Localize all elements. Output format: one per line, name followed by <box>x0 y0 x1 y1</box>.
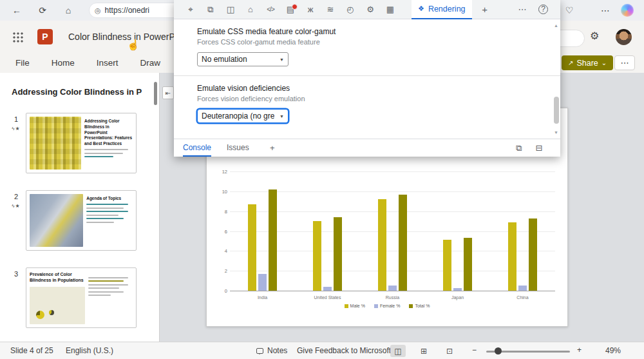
app-launcher-icon[interactable] <box>12 32 23 43</box>
zoom-in-icon[interactable]: + <box>577 345 582 354</box>
debugger-tab-icon[interactable]: ж <box>303 5 318 14</box>
slide-number: 3 <box>14 270 18 278</box>
document-title[interactable]: Color Blindness in PowerPo <box>68 32 180 42</box>
home-icon[interactable]: ⌂ <box>61 5 76 15</box>
copilot-icon[interactable] <box>621 4 634 17</box>
zoom-level[interactable]: 49% <box>605 346 621 355</box>
device-toolbar-icon[interactable]: ⧉ <box>203 5 218 15</box>
welcome-tab-icon[interactable]: ⌂ <box>243 5 258 14</box>
drawer-add-icon[interactable]: + <box>265 143 280 153</box>
devtools-settings-icon[interactable]: ⚙ <box>363 5 378 14</box>
slide-row-1: 1 ϟ★ Addressing Color Blindness in Power… <box>0 113 160 175</box>
menu-draw[interactable]: Draw <box>140 58 161 68</box>
bar-female-united-states[interactable] <box>323 287 332 291</box>
y-tick-label: 4 <box>225 248 227 254</box>
pie-chart-icon <box>36 311 44 319</box>
bar-female-india[interactable] <box>258 274 267 291</box>
x-axis-label: United States <box>295 295 360 300</box>
text-line <box>86 204 128 205</box>
performance-tab-icon[interactable]: ◴ <box>343 5 358 14</box>
tab-rendering[interactable]: ❖ Rendering <box>412 0 472 19</box>
slide-row-2: 2 ϟ★ Agenda of Topics <box>0 190 160 252</box>
add-tab-icon[interactable]: + <box>477 4 493 15</box>
divider <box>174 75 560 76</box>
refresh-icon[interactable]: ⟳ <box>35 5 50 15</box>
ribbon-more-button[interactable]: ⋯ <box>614 55 635 70</box>
scroll-down-icon[interactable]: ▼ <box>554 130 558 135</box>
notes-button[interactable]: Notes <box>267 346 287 355</box>
bar-male-china[interactable] <box>508 222 516 291</box>
network-tab-icon[interactable]: ▤ <box>283 5 298 14</box>
back-icon[interactable]: ← <box>9 5 24 15</box>
slide-counter[interactable]: Slide 4 of 25 <box>10 346 53 355</box>
text-line <box>88 295 110 296</box>
collapse-pane-icon[interactable]: ⇤ <box>162 86 174 99</box>
bar-male-united-states[interactable] <box>313 221 321 291</box>
feedback-link[interactable]: Give Feedback to Microsoft <box>297 346 391 355</box>
vision-deficiency-select[interactable]: Deuteranopia (no gre ▼ <box>197 109 289 123</box>
settings-gear-icon[interactable]: ⚙ <box>590 30 599 42</box>
drawer-expand-icon[interactable]: ⊟ <box>531 143 547 153</box>
browser-essentials-icon[interactable]: ♡ <box>562 5 577 15</box>
bar-group-united-states <box>295 171 360 291</box>
normal-view-icon[interactable]: ◫ <box>390 345 406 357</box>
share-button[interactable]: ↗ Share ⌄ <box>562 55 613 70</box>
menu-insert[interactable]: Insert <box>97 58 118 68</box>
slide-1-thumbnail[interactable]: Addressing Color Blindness in PowerPoint… <box>26 113 137 173</box>
slide-number: 1 <box>14 115 18 123</box>
browser-more-icon[interactable]: ⋯ <box>598 5 613 15</box>
bar-female-japan[interactable] <box>453 288 462 291</box>
devtools-help-icon[interactable]: ? <box>538 5 548 14</box>
text-line <box>88 287 119 289</box>
drawer-dock-icon[interactable]: ⧉ <box>511 143 527 153</box>
inspect-element-icon[interactable]: ⌖ <box>183 5 198 15</box>
dock-side-icon[interactable]: ◫ <box>223 5 238 14</box>
powerpoint-logo[interactable]: P <box>37 29 53 44</box>
legend-label: Female % <box>380 304 401 308</box>
chart-y-axis: 024681012 <box>212 171 227 291</box>
chart-legend: Male %Female %Total % <box>207 304 567 308</box>
color-gamut-select[interactable]: No emulation ▼ <box>197 52 289 66</box>
scrollbar-thumb[interactable] <box>554 97 559 124</box>
bar-male-india[interactable] <box>248 204 256 291</box>
slide-2-thumbnail[interactable]: Agenda of Topics <box>26 190 137 251</box>
y-tick-label: 2 <box>225 268 227 274</box>
bar-female-china[interactable] <box>518 286 527 291</box>
bar-total-china[interactable] <box>529 218 537 291</box>
site-info-icon[interactable]: ◎ <box>95 6 101 15</box>
tab-console[interactable]: Console <box>183 139 211 157</box>
menu-home[interactable]: Home <box>52 58 75 68</box>
bar-total-russia[interactable] <box>399 195 407 291</box>
slideshow-view-icon[interactable]: ⊡ <box>442 345 457 357</box>
scroll-up-icon[interactable]: ▲ <box>554 23 558 28</box>
panel-scrollbar-thumb[interactable] <box>154 82 157 105</box>
text-line <box>86 211 128 212</box>
user-avatar[interactable] <box>616 29 632 45</box>
transition-star-icon: ϟ★ <box>12 203 20 209</box>
devtools-drawer: Console Issues + ⧉ ⊟ <box>174 139 560 157</box>
elements-tab-icon[interactable]: </> <box>263 6 278 13</box>
bar-female-russia[interactable] <box>388 286 397 291</box>
menu-file[interactable]: File <box>15 58 30 68</box>
search-box-partial[interactable] <box>558 30 585 47</box>
slide-3-thumbnail[interactable]: Prevalence of Color Blindness in Populat… <box>26 267 137 328</box>
application-tab-icon[interactable]: ▦ <box>383 5 398 14</box>
gridline <box>230 291 555 291</box>
color-gamut-section: Emulate CSS media feature color-gamut Fo… <box>197 27 547 66</box>
bar-male-japan[interactable] <box>443 240 451 291</box>
bar-total-india[interactable] <box>269 189 277 291</box>
section-title: Emulate CSS media feature color-gamut <box>197 27 547 36</box>
language-selector[interactable]: English (U.S.) <box>66 346 113 355</box>
zoom-out-icon[interactable]: − <box>472 345 477 354</box>
devtools-more-icon[interactable]: ⋯ <box>515 5 530 14</box>
bar-total-united-states[interactable] <box>334 217 342 291</box>
bar-male-russia[interactable] <box>378 199 386 291</box>
slide-sorter-view-icon[interactable]: ⊞ <box>416 345 431 357</box>
zoom-slider-knob[interactable] <box>495 347 502 354</box>
y-tick-label: 6 <box>225 229 227 235</box>
tab-issues[interactable]: Issues <box>227 139 249 157</box>
bar-group-russia <box>360 171 425 291</box>
bar-total-japan[interactable] <box>464 238 472 291</box>
y-tick-label: 0 <box>225 288 227 294</box>
network-conditions-icon[interactable]: ≋ <box>323 5 338 14</box>
